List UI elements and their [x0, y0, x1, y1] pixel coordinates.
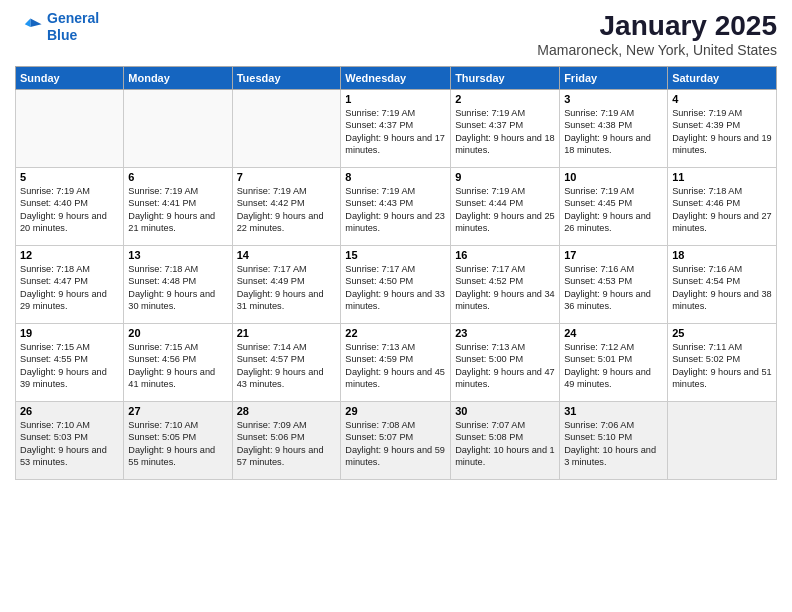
day-info: Sunrise: 7:19 AM Sunset: 4:41 PM Dayligh…	[128, 185, 227, 235]
day-info: Sunrise: 7:16 AM Sunset: 4:53 PM Dayligh…	[564, 263, 663, 313]
calendar-table: SundayMondayTuesdayWednesdayThursdayFrid…	[15, 66, 777, 480]
day-cell: 12Sunrise: 7:18 AM Sunset: 4:47 PM Dayli…	[16, 246, 124, 324]
day-cell	[124, 90, 232, 168]
day-cell: 19Sunrise: 7:15 AM Sunset: 4:55 PM Dayli…	[16, 324, 124, 402]
week-row-2: 5Sunrise: 7:19 AM Sunset: 4:40 PM Daylig…	[16, 168, 777, 246]
day-cell: 15Sunrise: 7:17 AM Sunset: 4:50 PM Dayli…	[341, 246, 451, 324]
day-number: 11	[672, 171, 772, 183]
day-cell: 8Sunrise: 7:19 AM Sunset: 4:43 PM Daylig…	[341, 168, 451, 246]
day-number: 26	[20, 405, 119, 417]
day-number: 3	[564, 93, 663, 105]
day-number: 30	[455, 405, 555, 417]
title-block: January 2025 Mamaroneck, New York, Unite…	[537, 10, 777, 58]
day-info: Sunrise: 7:07 AM Sunset: 5:08 PM Dayligh…	[455, 419, 555, 469]
day-cell: 26Sunrise: 7:10 AM Sunset: 5:03 PM Dayli…	[16, 402, 124, 480]
logo-text: General Blue	[47, 10, 99, 44]
logo-general: General	[47, 10, 99, 26]
day-info: Sunrise: 7:18 AM Sunset: 4:48 PM Dayligh…	[128, 263, 227, 313]
day-number: 29	[345, 405, 446, 417]
week-row-5: 26Sunrise: 7:10 AM Sunset: 5:03 PM Dayli…	[16, 402, 777, 480]
day-cell: 7Sunrise: 7:19 AM Sunset: 4:42 PM Daylig…	[232, 168, 341, 246]
day-cell: 4Sunrise: 7:19 AM Sunset: 4:39 PM Daylig…	[668, 90, 777, 168]
day-cell: 3Sunrise: 7:19 AM Sunset: 4:38 PM Daylig…	[560, 90, 668, 168]
day-cell	[16, 90, 124, 168]
weekday-header-tuesday: Tuesday	[232, 67, 341, 90]
day-number: 10	[564, 171, 663, 183]
day-cell: 29Sunrise: 7:08 AM Sunset: 5:07 PM Dayli…	[341, 402, 451, 480]
day-number: 20	[128, 327, 227, 339]
day-cell: 5Sunrise: 7:19 AM Sunset: 4:40 PM Daylig…	[16, 168, 124, 246]
day-info: Sunrise: 7:14 AM Sunset: 4:57 PM Dayligh…	[237, 341, 337, 391]
day-number: 4	[672, 93, 772, 105]
weekday-header-sunday: Sunday	[16, 67, 124, 90]
week-row-4: 19Sunrise: 7:15 AM Sunset: 4:55 PM Dayli…	[16, 324, 777, 402]
location: Mamaroneck, New York, United States	[537, 42, 777, 58]
day-info: Sunrise: 7:15 AM Sunset: 4:55 PM Dayligh…	[20, 341, 119, 391]
day-number: 25	[672, 327, 772, 339]
day-cell: 17Sunrise: 7:16 AM Sunset: 4:53 PM Dayli…	[560, 246, 668, 324]
day-info: Sunrise: 7:19 AM Sunset: 4:44 PM Dayligh…	[455, 185, 555, 235]
week-row-1: 1Sunrise: 7:19 AM Sunset: 4:37 PM Daylig…	[16, 90, 777, 168]
month-title: January 2025	[537, 10, 777, 42]
day-info: Sunrise: 7:10 AM Sunset: 5:05 PM Dayligh…	[128, 419, 227, 469]
day-info: Sunrise: 7:19 AM Sunset: 4:42 PM Dayligh…	[237, 185, 337, 235]
day-number: 6	[128, 171, 227, 183]
day-info: Sunrise: 7:15 AM Sunset: 4:56 PM Dayligh…	[128, 341, 227, 391]
day-number: 17	[564, 249, 663, 261]
day-info: Sunrise: 7:06 AM Sunset: 5:10 PM Dayligh…	[564, 419, 663, 469]
day-cell	[232, 90, 341, 168]
day-cell: 31Sunrise: 7:06 AM Sunset: 5:10 PM Dayli…	[560, 402, 668, 480]
day-info: Sunrise: 7:08 AM Sunset: 5:07 PM Dayligh…	[345, 419, 446, 469]
logo: General Blue	[15, 10, 99, 44]
day-cell: 9Sunrise: 7:19 AM Sunset: 4:44 PM Daylig…	[451, 168, 560, 246]
day-info: Sunrise: 7:13 AM Sunset: 4:59 PM Dayligh…	[345, 341, 446, 391]
day-info: Sunrise: 7:09 AM Sunset: 5:06 PM Dayligh…	[237, 419, 337, 469]
day-number: 27	[128, 405, 227, 417]
weekday-header-monday: Monday	[124, 67, 232, 90]
weekday-header-wednesday: Wednesday	[341, 67, 451, 90]
day-cell: 28Sunrise: 7:09 AM Sunset: 5:06 PM Dayli…	[232, 402, 341, 480]
day-info: Sunrise: 7:19 AM Sunset: 4:43 PM Dayligh…	[345, 185, 446, 235]
day-number: 28	[237, 405, 337, 417]
day-info: Sunrise: 7:10 AM Sunset: 5:03 PM Dayligh…	[20, 419, 119, 469]
day-number: 23	[455, 327, 555, 339]
day-cell: 10Sunrise: 7:19 AM Sunset: 4:45 PM Dayli…	[560, 168, 668, 246]
day-cell: 27Sunrise: 7:10 AM Sunset: 5:05 PM Dayli…	[124, 402, 232, 480]
day-number: 12	[20, 249, 119, 261]
day-number: 8	[345, 171, 446, 183]
day-number: 24	[564, 327, 663, 339]
day-number: 13	[128, 249, 227, 261]
weekday-header-friday: Friday	[560, 67, 668, 90]
day-cell: 11Sunrise: 7:18 AM Sunset: 4:46 PM Dayli…	[668, 168, 777, 246]
day-cell: 13Sunrise: 7:18 AM Sunset: 4:48 PM Dayli…	[124, 246, 232, 324]
day-cell: 2Sunrise: 7:19 AM Sunset: 4:37 PM Daylig…	[451, 90, 560, 168]
day-cell: 22Sunrise: 7:13 AM Sunset: 4:59 PM Dayli…	[341, 324, 451, 402]
day-info: Sunrise: 7:19 AM Sunset: 4:37 PM Dayligh…	[455, 107, 555, 157]
day-number: 15	[345, 249, 446, 261]
day-number: 21	[237, 327, 337, 339]
page: General Blue January 2025 Mamaroneck, Ne…	[0, 0, 792, 612]
day-info: Sunrise: 7:16 AM Sunset: 4:54 PM Dayligh…	[672, 263, 772, 313]
day-info: Sunrise: 7:12 AM Sunset: 5:01 PM Dayligh…	[564, 341, 663, 391]
day-cell: 24Sunrise: 7:12 AM Sunset: 5:01 PM Dayli…	[560, 324, 668, 402]
day-cell: 1Sunrise: 7:19 AM Sunset: 4:37 PM Daylig…	[341, 90, 451, 168]
day-info: Sunrise: 7:17 AM Sunset: 4:49 PM Dayligh…	[237, 263, 337, 313]
day-cell: 30Sunrise: 7:07 AM Sunset: 5:08 PM Dayli…	[451, 402, 560, 480]
day-number: 22	[345, 327, 446, 339]
week-row-3: 12Sunrise: 7:18 AM Sunset: 4:47 PM Dayli…	[16, 246, 777, 324]
day-cell: 21Sunrise: 7:14 AM Sunset: 4:57 PM Dayli…	[232, 324, 341, 402]
day-info: Sunrise: 7:18 AM Sunset: 4:46 PM Dayligh…	[672, 185, 772, 235]
day-info: Sunrise: 7:13 AM Sunset: 5:00 PM Dayligh…	[455, 341, 555, 391]
day-info: Sunrise: 7:18 AM Sunset: 4:47 PM Dayligh…	[20, 263, 119, 313]
day-cell: 23Sunrise: 7:13 AM Sunset: 5:00 PM Dayli…	[451, 324, 560, 402]
day-info: Sunrise: 7:19 AM Sunset: 4:39 PM Dayligh…	[672, 107, 772, 157]
day-info: Sunrise: 7:19 AM Sunset: 4:38 PM Dayligh…	[564, 107, 663, 157]
day-number: 2	[455, 93, 555, 105]
day-info: Sunrise: 7:19 AM Sunset: 4:45 PM Dayligh…	[564, 185, 663, 235]
day-info: Sunrise: 7:17 AM Sunset: 4:50 PM Dayligh…	[345, 263, 446, 313]
weekday-header-saturday: Saturday	[668, 67, 777, 90]
day-number: 9	[455, 171, 555, 183]
day-cell: 14Sunrise: 7:17 AM Sunset: 4:49 PM Dayli…	[232, 246, 341, 324]
day-info: Sunrise: 7:19 AM Sunset: 4:37 PM Dayligh…	[345, 107, 446, 157]
day-info: Sunrise: 7:19 AM Sunset: 4:40 PM Dayligh…	[20, 185, 119, 235]
